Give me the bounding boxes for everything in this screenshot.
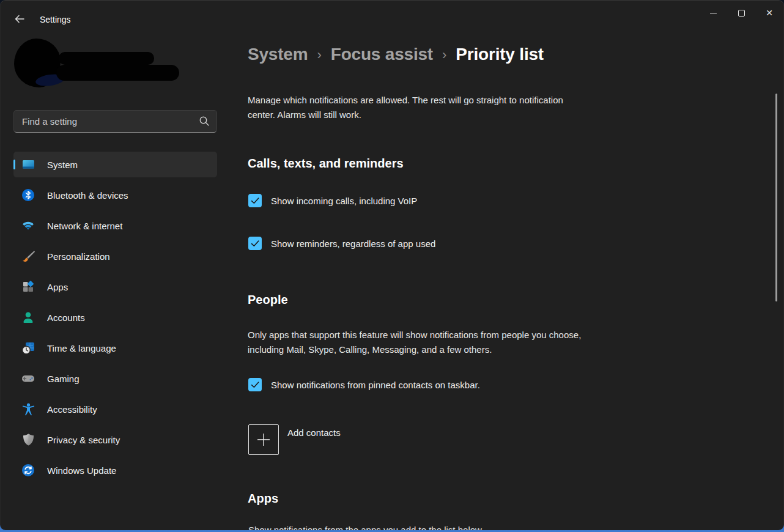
gaming-icon (21, 371, 35, 386)
windows-update-icon (21, 463, 35, 478)
account-name-redacted (59, 52, 154, 65)
checkbox-checked-icon[interactable] (248, 237, 262, 250)
checkbox-row-incoming-calls[interactable]: Show incoming calls, including VoIP (248, 194, 417, 207)
close-button[interactable]: ✕ (755, 1, 783, 25)
sidebar-item-label: Personalization (47, 251, 110, 262)
window-controls: ✕ (699, 1, 783, 25)
back-arrow-icon (15, 15, 24, 23)
system-icon (21, 157, 35, 172)
plus-icon (256, 432, 271, 447)
sidebar-item-privacy-security[interactable]: Privacy & security (13, 427, 217, 453)
accessibility-icon (21, 402, 35, 416)
search-icon (199, 116, 210, 127)
personalization-icon (21, 249, 35, 264)
sidebar-item-time-language[interactable]: Time & language (13, 335, 217, 361)
back-button[interactable] (10, 10, 29, 28)
sidebar-item-label: Gaming (47, 374, 80, 384)
breadcrumb: System › Focus assist › Priority list (248, 45, 544, 64)
minimize-icon (710, 13, 717, 13)
sidebar-item-label: Bluetooth & devices (47, 190, 128, 201)
sidebar-item-label: Privacy & security (47, 435, 120, 445)
sidebar-item-gaming[interactable]: Gaming (13, 366, 217, 391)
breadcrumb-focus-assist[interactable]: Focus assist (331, 45, 433, 64)
sidebar-item-label: Time & language (47, 343, 116, 353)
sidebar-item-apps[interactable]: Apps (13, 274, 217, 300)
breadcrumb-chevron-icon: › (317, 46, 321, 63)
people-description: Only apps that support this feature will… (248, 328, 599, 357)
maximize-button[interactable] (727, 1, 755, 25)
sidebar-item-label: Apps (47, 282, 68, 292)
privacy-icon (21, 432, 35, 447)
maximize-icon (738, 10, 745, 17)
bluetooth-icon (21, 188, 35, 202)
search-box[interactable] (13, 110, 217, 133)
search-input[interactable] (14, 111, 216, 132)
section-title-apps: Apps (248, 492, 278, 506)
sidebar-item-label: Network & internet (47, 221, 122, 231)
checkbox-label: Show reminders, regardless of app used (271, 238, 435, 249)
checkbox-checked-icon[interactable] (248, 378, 262, 391)
sidebar-item-system[interactable]: System (13, 152, 217, 177)
sidebar-item-accounts[interactable]: Accounts (13, 305, 217, 330)
scrollbar[interactable] (775, 94, 777, 301)
checkbox-row-reminders[interactable]: Show reminders, regardless of app used (248, 237, 435, 250)
account-email-redacted (56, 65, 179, 81)
section-title-people: People (248, 293, 288, 307)
sidebar-item-label: Accounts (47, 312, 85, 323)
section-title-calls: Calls, texts, and reminders (248, 157, 404, 171)
apps-description: Show notifications from the apps you add… (248, 525, 615, 530)
sidebar-item-windows-update[interactable]: Windows Update (13, 457, 217, 483)
add-contacts-label: Add contacts (287, 427, 341, 438)
sidebar-item-bluetooth-devices[interactable]: Bluetooth & devices (13, 182, 217, 208)
sidebar-item-personalization[interactable]: Personalization (13, 243, 217, 269)
accounts-icon (21, 310, 35, 325)
sidebar-item-label: System (47, 160, 78, 170)
breadcrumb-system[interactable]: System (248, 45, 308, 64)
time-language-icon (21, 341, 35, 355)
breadcrumb-chevron-icon: › (442, 46, 446, 63)
sidebar-item-accessibility[interactable]: Accessibility (13, 396, 217, 422)
sidebar-item-label: Windows Update (47, 465, 116, 476)
network-icon (21, 218, 35, 233)
page-description: Manage which notifications are allowed. … (248, 93, 575, 122)
settings-window: Settings ✕ System (0, 0, 784, 530)
checkbox-label: Show notifications from pinned contacts … (271, 380, 480, 390)
add-contacts-button[interactable] (248, 424, 279, 455)
close-icon: ✕ (766, 9, 773, 17)
sidebar-item-network-internet[interactable]: Network & internet (13, 213, 217, 238)
minimize-button[interactable] (699, 1, 727, 25)
sidebar-nav: System Bluetooth & devices Network & int… (13, 152, 217, 488)
sidebar-item-label: Accessibility (47, 404, 97, 415)
checkbox-checked-icon[interactable] (248, 194, 262, 207)
checkbox-row-pinned-contacts[interactable]: Show notifications from pinned contacts … (248, 378, 480, 391)
checkbox-label: Show incoming calls, including VoIP (271, 196, 417, 206)
page-title: Priority list (456, 45, 544, 64)
apps-icon (21, 279, 35, 294)
app-title: Settings (40, 15, 71, 24)
